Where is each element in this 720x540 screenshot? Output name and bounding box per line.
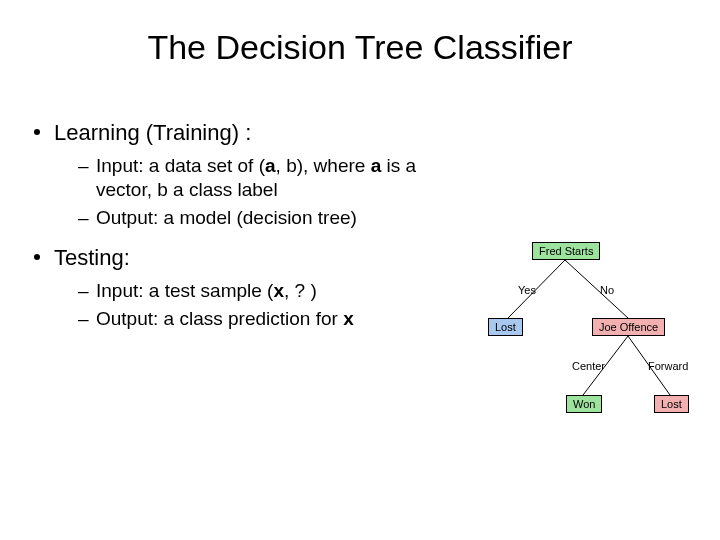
subbullet-learning-input: – Input: a data set of (a, b), where a i… [78,154,464,202]
subbullet-testing-input: – Input: a test sample (x, ? ) [78,279,464,303]
edge-root-right: No [600,284,614,296]
bold-a2: a [371,155,382,176]
dash-icon: – [78,206,89,230]
bold-a1: a [265,155,276,176]
subbullet-testing-output: – Output: a class prediction for x [78,307,464,331]
node-right: Joe Offence [592,318,665,336]
subbullet-learning-output: – Output: a model (decision tree) [78,206,464,230]
bullet-dot-icon [34,254,40,260]
node-rl-leaf: Won [566,395,602,413]
dash-icon: – [78,154,89,178]
text: , ? ) [284,280,317,301]
dash-icon: – [78,307,89,331]
edge-right-right: Forward [648,360,688,372]
node-rr-leaf: Lost [654,395,689,413]
dash-icon: – [78,279,89,303]
node-left-leaf: Lost [488,318,523,336]
node-root: Fred Starts [532,242,600,260]
bullet-learning-text: Learning (Training) : [54,120,251,145]
bold-x1: x [273,280,284,301]
svg-line-0 [508,260,565,318]
slide-body: Learning (Training) : – Input: a data se… [34,120,464,335]
edge-root-left: Yes [518,284,536,296]
text: Input: a data set of ( [96,155,265,176]
tree-edges [470,240,700,470]
text: Input: a test sample ( [96,280,273,301]
bullet-learning: Learning (Training) : [34,120,464,146]
bullet-testing-text: Testing: [54,245,130,270]
text: , b), where [276,155,371,176]
svg-line-1 [565,260,628,318]
bold-x2: x [343,308,354,329]
text: Output: a model (decision tree) [96,207,357,228]
slide-title: The Decision Tree Classifier [0,28,720,67]
text: Output: a class prediction for [96,308,343,329]
decision-tree-diagram: Fred Starts Yes No Lost Joe Offence Cent… [470,240,700,470]
bullet-testing: Testing: [34,245,464,271]
edge-right-left: Center [572,360,605,372]
bullet-dot-icon [34,129,40,135]
